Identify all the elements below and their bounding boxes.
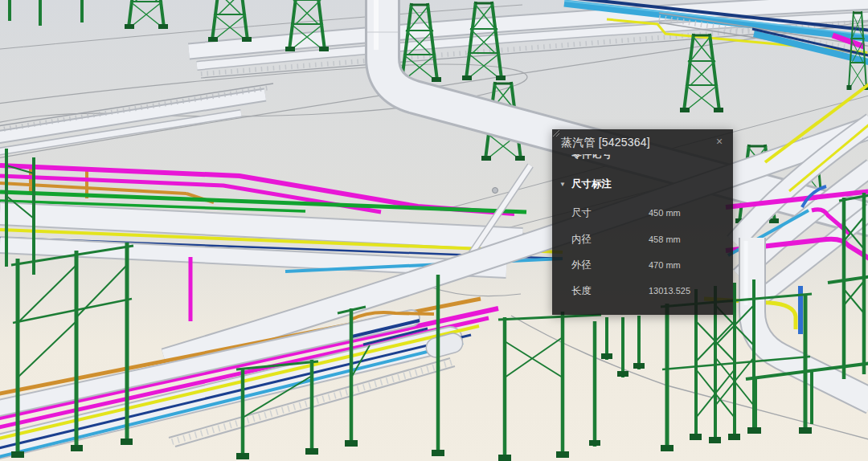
section-header-dimensions[interactable]: ▼ 尺寸标注 [552, 177, 733, 192]
property-value: 450 mm [649, 208, 681, 218]
measure-point-marker [493, 188, 498, 194]
property-row-length: 长度 13013.525 [552, 284, 733, 298]
property-label: 内径 [571, 233, 592, 247]
panel-title: 蒸汽管 [5425364] [561, 136, 650, 150]
property-row-size: 尺寸 450 mm [552, 206, 733, 220]
property-label: 外径 [571, 259, 592, 272]
scrolled-section-label[interactable]: 零件记号 [571, 154, 612, 161]
resize-handle-icon[interactable] [552, 129, 560, 137]
property-row-outer-diameter: 外径 470 mm [552, 259, 733, 272]
close-icon[interactable]: × [712, 134, 727, 149]
properties-panel: 蒸汽管 [5425364] × 零件记号 ▼ 尺寸标注 尺寸 450 mm 内径… [552, 129, 733, 315]
panel-content: 零件记号 ▼ 尺寸标注 尺寸 450 mm 内径 458 mm 外径 470 m… [552, 154, 733, 315]
viewer-window: 蒸汽管 [5425364] × 零件记号 ▼ 尺寸标注 尺寸 450 mm 内径… [0, 0, 868, 461]
property-label: 尺寸 [571, 206, 592, 220]
property-label: 长度 [571, 284, 592, 298]
property-row-inner-diameter: 内径 458 mm [552, 233, 733, 247]
chevron-down-icon: ▼ [559, 181, 566, 188]
3d-viewport[interactable] [0, 0, 868, 461]
panel-header[interactable]: 蒸汽管 [5425364] × [552, 129, 733, 155]
property-value: 470 mm [649, 260, 681, 270]
property-value: 458 mm [649, 235, 681, 244]
section-label: 尺寸标注 [571, 177, 612, 191]
property-value: 13013.525 [649, 286, 690, 296]
